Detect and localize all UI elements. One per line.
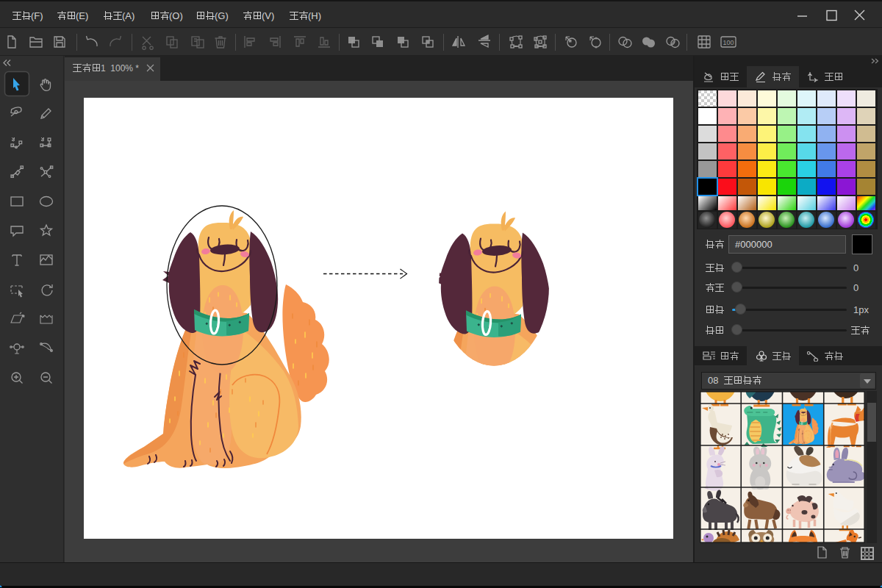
svg-text:100: 100 — [723, 39, 734, 46]
